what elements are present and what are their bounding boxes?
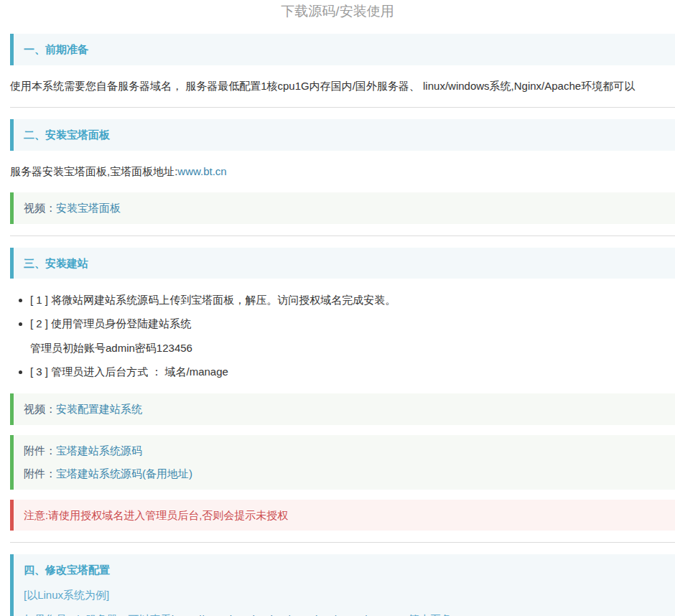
list-item-step-2: [ 2 ] 使用管理员身份登陆建站系统 管理员初始账号admin密码123456: [30, 317, 675, 355]
video-callout-install-panel: 视频：安装宝塔面板: [10, 192, 675, 224]
page-title: 下载源码/安装使用: [0, 0, 675, 21]
section-4-note: [以Linux系统为例]: [24, 588, 665, 602]
attachment-row-1: 附件：宝塔建站系统源码: [24, 444, 665, 458]
attachment-label: 附件：: [24, 467, 56, 480]
attachment-callout: 附件：宝塔建站系统源码 附件：宝塔建站系统源码(备用地址): [10, 435, 675, 490]
attachment-link-source-backup[interactable]: 宝塔建站系统源码(备用地址): [56, 467, 192, 480]
section-4-heading: 四、修改宝塔配置: [24, 563, 665, 577]
section-3-heading-callout: 三、安装建站: [10, 248, 675, 279]
video-link-install-site[interactable]: 安装配置建站系统: [56, 403, 142, 415]
section-2-heading-callout: 二、安装宝塔面板: [10, 119, 675, 151]
attachment-row-2: 附件：宝塔建站系统源码(备用地址): [24, 467, 665, 481]
section-2-heading: 二、安装宝塔面板: [24, 129, 110, 141]
divider: [10, 107, 675, 108]
list-item-step-3: [ 3 ] 管理员进入后台方式 ： 域名/manage: [30, 365, 675, 379]
win-note-prefix: 如果您是Win服务器，可以查看: [24, 613, 172, 616]
video-link-install-panel[interactable]: 安装宝塔面板: [56, 202, 121, 214]
section-1-heading-callout: 一、前期准备: [10, 34, 675, 65]
divider: [10, 235, 675, 236]
list-item-step-1: [ 1 ] 将微站网建站系统源码上传到宝塔面板，解压。访问授权域名完成安装。: [30, 293, 675, 307]
kancloud-link[interactable]: https://www.kancloud.cn/newzhan/wcms/169…: [172, 613, 409, 616]
section-4-win-note: 如果您是Win服务器，可以查看https://www.kancloud.cn/n…: [24, 612, 665, 616]
section-4-callout: 四、修改宝塔配置 [以Linux系统为例] 如果您是Win服务器，可以查看htt…: [10, 554, 675, 616]
document-page: 下载源码/安装使用 一、前期准备 使用本系统需要您自备服务器域名， 服务器最低配…: [0, 0, 675, 616]
video-callout-install-site: 视频：安装配置建站系统: [10, 393, 675, 425]
warning-text: 注意:请使用授权域名进入管理员后台,否则会提示未授权: [24, 509, 288, 521]
section-2-paragraph: 服务器安装宝塔面板,宝塔面板地址:www.bt.cn: [10, 164, 675, 180]
divider: [10, 542, 675, 543]
section-1-heading: 一、前期准备: [24, 43, 88, 55]
win-note-suffix: 第十五条: [409, 613, 452, 616]
video-label: 视频：: [24, 403, 56, 415]
section-1-paragraph: 使用本系统需要您自备服务器域名， 服务器最低配置1核cpu1G内存国内/国外服务…: [10, 78, 675, 95]
step-3-text: [ 3 ] 管理员进入后台方式 ： 域名/manage: [30, 365, 228, 378]
section-3-heading: 三、安装建站: [24, 257, 88, 269]
warning-callout: 注意:请使用授权域名进入管理员后台,否则会提示未授权: [10, 500, 675, 531]
step-1-text: [ 1 ] 将微站网建站系统源码上传到宝塔面板，解压。访问授权域名完成安装。: [30, 294, 396, 306]
video-label: 视频：: [24, 202, 56, 214]
step-2-subtext: 管理员初始账号admin密码123456: [30, 341, 675, 355]
page-content: 一、前期准备 使用本系统需要您自备服务器域名， 服务器最低配置1核cpu1G内存…: [10, 34, 675, 616]
section-2-paragraph-text: 服务器安装宝塔面板,宝塔面板地址:: [10, 165, 177, 177]
attachment-link-source[interactable]: 宝塔建站系统源码: [56, 444, 142, 457]
attachment-label: 附件：: [24, 444, 56, 457]
bt-panel-link[interactable]: www.bt.cn: [177, 165, 226, 177]
install-steps-list: [ 1 ] 将微站网建站系统源码上传到宝塔面板，解压。访问授权域名完成安装。 […: [10, 293, 675, 379]
step-2-text: [ 2 ] 使用管理员身份登陆建站系统: [30, 317, 675, 331]
